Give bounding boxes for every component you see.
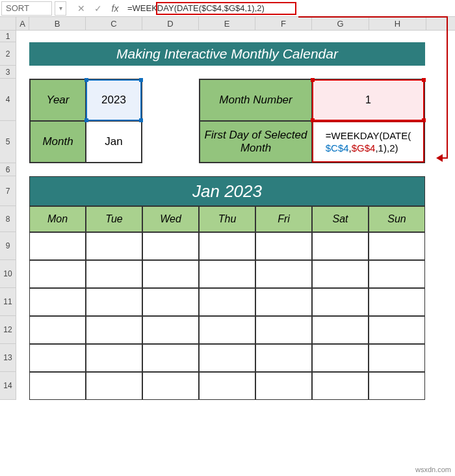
calendar-title: Jan 2023 <box>29 176 425 206</box>
calendar-cell[interactable] <box>199 232 255 260</box>
row-header-7[interactable]: 7 <box>0 176 16 206</box>
row-header-6[interactable]: 6 <box>0 163 16 176</box>
row-header-10[interactable]: 10 <box>0 260 16 288</box>
row-header-13[interactable]: 13 <box>0 344 16 372</box>
row-header-12[interactable]: 12 <box>0 316 16 344</box>
select-all-corner[interactable] <box>0 17 16 30</box>
row-header-2[interactable]: 2 <box>0 42 16 66</box>
calendar-cell[interactable] <box>312 288 369 316</box>
calendar-cell[interactable] <box>369 316 425 344</box>
calendar-cell[interactable] <box>29 288 86 316</box>
calendar-cell[interactable] <box>255 260 312 288</box>
month-value-cell[interactable]: Jan <box>86 121 142 163</box>
calendar-cell[interactable] <box>369 372 425 400</box>
calendar-cell[interactable] <box>199 288 255 316</box>
annotation-arrow <box>447 16 448 157</box>
col-header-F[interactable]: F <box>255 17 312 30</box>
calendar-cell[interactable] <box>369 260 425 288</box>
day-header-wed: Wed <box>142 206 199 232</box>
calendar-cell[interactable] <box>142 260 199 288</box>
cancel-icon[interactable]: ✕ <box>73 3 90 14</box>
calendar-cell[interactable] <box>142 372 199 400</box>
first-day-label: First Day of Selected Month <box>200 121 312 163</box>
year-value-cell[interactable]: 2023 <box>86 79 142 121</box>
selection-handle[interactable] <box>139 78 143 82</box>
reference-handle <box>311 78 315 82</box>
calendar-cell[interactable] <box>312 316 369 344</box>
row-header-1[interactable]: 1 <box>0 31 16 42</box>
calendar-cell[interactable] <box>86 260 142 288</box>
calendar-cell[interactable] <box>255 232 312 260</box>
fx-icon[interactable]: fx <box>107 3 124 14</box>
formula-input[interactable]: =WEEKDAY(DATE($C$4,$G$4,1),2) <box>124 1 454 16</box>
name-box-dropdown[interactable]: ▾ <box>55 1 66 16</box>
calendar-cell[interactable] <box>255 372 312 400</box>
selection-handle[interactable] <box>84 118 88 122</box>
calendar-cell[interactable] <box>312 372 369 400</box>
name-box[interactable]: SORT <box>1 1 52 16</box>
col-header-D[interactable]: D <box>142 17 199 30</box>
calendar-cell[interactable] <box>86 372 142 400</box>
col-header-C[interactable]: C <box>86 17 142 30</box>
row-header-9[interactable]: 9 <box>0 232 16 260</box>
calendar-cell[interactable] <box>199 316 255 344</box>
calendar-cell[interactable] <box>142 288 199 316</box>
col-header-B[interactable]: B <box>29 17 86 30</box>
calendar-cell[interactable] <box>369 232 425 260</box>
calendar-cell[interactable] <box>369 344 425 372</box>
calendar-cell[interactable] <box>255 344 312 372</box>
calendar-cell[interactable] <box>29 260 86 288</box>
month-number-value-cell[interactable]: 1 <box>312 79 424 121</box>
calendar-cell[interactable] <box>199 344 255 372</box>
calendar-cell[interactable] <box>369 288 425 316</box>
year-month-table: Year 2023 Month Jan <box>29 79 142 163</box>
calendar-cell[interactable] <box>29 372 86 400</box>
calendar-cell[interactable] <box>86 288 142 316</box>
calendar-cell[interactable] <box>142 316 199 344</box>
calendar-cell[interactable] <box>199 260 255 288</box>
row-header-11[interactable]: 11 <box>0 288 16 316</box>
col-header-G[interactable]: G <box>312 17 369 30</box>
calendar-cell[interactable] <box>255 316 312 344</box>
calendar-cell[interactable] <box>29 232 86 260</box>
annotation-arrow-head <box>436 154 443 162</box>
calendar-cell[interactable] <box>29 316 86 344</box>
selection-handle[interactable] <box>139 118 143 122</box>
confirm-icon[interactable]: ✓ <box>90 3 107 14</box>
formula-bar: SORT ▾ ✕ ✓ fx =WEEKDAY(DATE($C$4,$G$4,1)… <box>0 0 455 17</box>
first-day-formula-cell[interactable]: =WEEKDAY(DATE( $C$4,$G$4,1),2) <box>312 121 424 163</box>
calendar-cell[interactable] <box>142 344 199 372</box>
calendar-cell[interactable] <box>199 372 255 400</box>
row-header-5[interactable]: 5 <box>0 121 16 163</box>
calendar-cell[interactable] <box>142 232 199 260</box>
month-number-label: Month Number <box>200 79 312 121</box>
column-headers: A B C D E F G H <box>0 17 455 31</box>
calendar: Jan 2023 Mon Tue Wed Thu Fri Sat Sun <box>29 176 425 400</box>
cells-area[interactable]: Making Interactive Monthly Calendar Year… <box>16 31 455 476</box>
row-headers: 1 2 3 4 5 6 7 8 9 10 11 12 13 14 <box>0 31 16 400</box>
formula-ref-c4: $C$4 <box>326 142 349 153</box>
annotation-arrow <box>442 157 448 159</box>
calendar-cell[interactable] <box>86 232 142 260</box>
row-header-4[interactable]: 4 <box>0 79 16 121</box>
year-label: Year <box>30 79 86 121</box>
col-header-A[interactable]: A <box>16 17 29 30</box>
row-header-3[interactable]: 3 <box>0 66 16 79</box>
col-header-H[interactable]: H <box>369 17 426 30</box>
day-header-tue: Tue <box>86 206 142 232</box>
row-header-14[interactable]: 14 <box>0 372 16 400</box>
calendar-row <box>29 288 425 316</box>
col-header-E[interactable]: E <box>199 17 255 30</box>
calendar-cell[interactable] <box>312 260 369 288</box>
calendar-cell[interactable] <box>312 232 369 260</box>
calendar-cell[interactable] <box>86 316 142 344</box>
calendar-cell[interactable] <box>86 344 142 372</box>
row-header-8[interactable]: 8 <box>0 206 16 232</box>
calendar-cell[interactable] <box>29 344 86 372</box>
calendar-cell[interactable] <box>312 344 369 372</box>
selection-handle[interactable] <box>84 78 88 82</box>
calendar-cell[interactable] <box>255 288 312 316</box>
calendar-header-row: Mon Tue Wed Thu Fri Sat Sun <box>29 206 425 232</box>
calendar-row <box>29 372 425 400</box>
calendar-row <box>29 260 425 288</box>
